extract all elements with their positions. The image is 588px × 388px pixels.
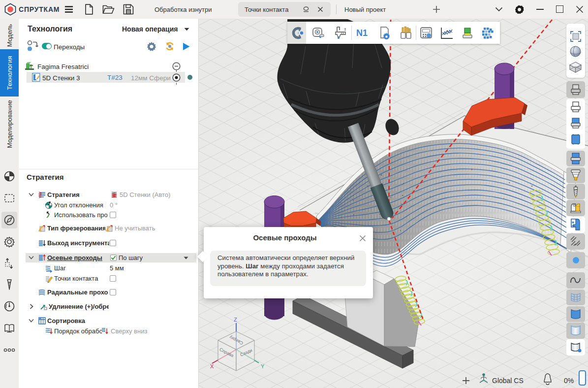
svg-text:Global CS: Global CS <box>492 377 524 385</box>
svg-text:Z: Z <box>234 317 237 323</box>
svg-text:X: X <box>210 363 214 369</box>
svg-text:0%: 0% <box>564 377 574 385</box>
svg-text:Y: Y <box>261 363 265 369</box>
